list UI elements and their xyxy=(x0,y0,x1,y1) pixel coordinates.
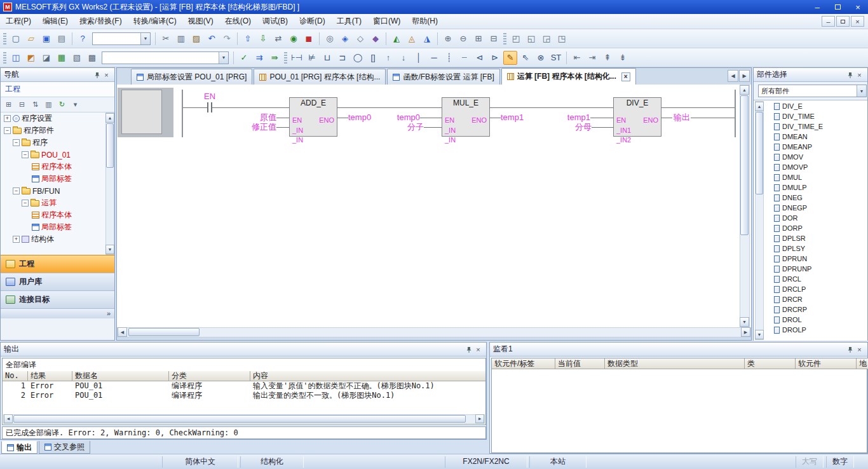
close-icon[interactable]: × xyxy=(855,345,864,354)
scroll-left-icon[interactable]: ◀ xyxy=(118,327,127,337)
input-variable-label[interactable]: temp0 xyxy=(356,113,420,122)
scroll-up-icon[interactable]: ▲ xyxy=(740,85,749,95)
intelligent-module-icon[interactable]: ▧ xyxy=(70,51,84,65)
scroll-right-icon[interactable]: ▶ xyxy=(475,414,484,423)
menu-item[interactable]: 帮助(H) xyxy=(406,14,444,29)
maximize-button[interactable] xyxy=(827,1,848,13)
toolbar-grip[interactable] xyxy=(503,33,506,44)
scroll-left-icon[interactable]: ◀ xyxy=(4,414,13,423)
zoom-out-icon[interactable]: ⊖ xyxy=(456,32,470,46)
menu-item[interactable]: 转换/编译(C) xyxy=(128,14,182,29)
menu-item[interactable]: 搜索/替换(F) xyxy=(74,14,128,29)
monitor-start-icon[interactable]: ◉ xyxy=(287,32,301,46)
view-button-connection-target[interactable]: 连接目标 xyxy=(1,290,114,308)
tree-item-fb-fun[interactable]: −FB/FUN xyxy=(1,185,105,197)
column-header[interactable]: 内容 xyxy=(250,371,485,381)
delete-horizontal-line-icon[interactable]: ┈ xyxy=(458,51,471,65)
output-label-icon[interactable]: ⊳ xyxy=(488,51,502,65)
fbd-canvas[interactable]: EN ADD_E EN ENO _IN _IN MUL_E EN xyxy=(117,85,751,327)
part-item[interactable]: DMOV xyxy=(765,152,867,162)
open-project-icon[interactable]: ▱ xyxy=(24,32,38,46)
select-mode-icon[interactable]: ⇖ xyxy=(519,51,532,65)
scroll-up-icon[interactable]: ▲ xyxy=(105,113,114,123)
part-item[interactable]: DIV_TIME_E xyxy=(765,121,867,132)
monitor-stop-icon[interactable]: ◼ xyxy=(302,32,316,46)
device-replace-icon[interactable]: ◇ xyxy=(353,32,367,46)
dock-tab-cross-reference[interactable]: 交叉参照 xyxy=(39,441,90,454)
dropdown-icon[interactable]: ▼ xyxy=(219,52,228,64)
menu-item[interactable]: 调试(B) xyxy=(257,14,294,29)
paste-icon[interactable]: ▨ xyxy=(189,32,203,46)
close-icon[interactable]: × xyxy=(855,71,864,79)
device-display-icon[interactable]: ◰ xyxy=(509,32,523,46)
part-item[interactable]: DROLP xyxy=(765,325,867,335)
tab-scroll-left-icon[interactable]: ◀ xyxy=(728,70,738,82)
dropdown-icon[interactable]: ▼ xyxy=(857,85,866,97)
column-header[interactable]: 结果 xyxy=(28,371,72,381)
prev-window-icon[interactable]: ⇤ xyxy=(570,51,584,65)
column-header[interactable]: 当前值 xyxy=(555,358,605,369)
device-find-icon[interactable]: ◈ xyxy=(338,32,352,46)
menu-item[interactable]: 视图(V) xyxy=(182,14,219,29)
close-tab-icon[interactable]: × xyxy=(621,72,630,81)
rising-pulse-icon[interactable]: ↑ xyxy=(381,51,395,65)
part-item[interactable]: DRCLP xyxy=(765,284,867,294)
input-variable-label[interactable]: 分母 xyxy=(528,123,592,132)
tree-item-pou01-program-body[interactable]: 程序本体 xyxy=(1,161,105,173)
scrollbar-thumb[interactable] xyxy=(740,95,749,235)
input-label-icon[interactable]: ⊲ xyxy=(473,51,487,65)
application-instruction-icon[interactable]: [] xyxy=(366,51,380,65)
redo-icon[interactable]: ↷ xyxy=(220,32,234,46)
part-item[interactable]: DROL xyxy=(765,315,867,325)
device-comment-icon[interactable]: ▩ xyxy=(85,51,99,65)
toolbar-grip[interactable] xyxy=(284,52,287,64)
convert-icon[interactable]: ⇉ xyxy=(252,51,266,65)
sort-icon[interactable]: ⇅ xyxy=(29,99,41,111)
scroll-up-icon[interactable]: ▲ xyxy=(755,102,764,111)
menu-item[interactable]: 工程(P) xyxy=(0,14,37,29)
fbd-block-mul-e[interactable]: MUL_E EN ENO _IN _IN xyxy=(442,97,490,137)
open-branch-icon[interactable]: ⊔ xyxy=(320,51,334,65)
menu-item[interactable]: 在线(O) xyxy=(219,14,257,29)
expand-all-icon[interactable]: ⊞ xyxy=(3,99,15,111)
cross-reference-icon[interactable]: ◆ xyxy=(369,32,383,46)
coil-icon[interactable]: ◯ xyxy=(351,51,365,65)
tree-item-program-setting[interactable]: +程序设置 xyxy=(1,112,105,125)
menu-item[interactable]: 诊断(D) xyxy=(294,14,331,29)
part-list-scrollbar[interactable]: ▲ ▼ xyxy=(755,101,764,340)
build-icon[interactable]: ◭ xyxy=(390,32,403,46)
editor-horizontal-scrollbar[interactable]: ◀ ▶ xyxy=(117,327,751,337)
output-horizontal-scrollbar[interactable]: ◀ ▶ xyxy=(3,414,485,424)
ladder-block-header-cell[interactable] xyxy=(121,90,162,134)
column-header[interactable]: No. xyxy=(3,371,28,381)
tab-pou01-program-body[interactable]: POU_01 [PRG] 程序本体 [结构... xyxy=(254,69,386,85)
fbd-block-div-e[interactable]: DIV_E EN ENO _IN1 _IN2 xyxy=(613,97,661,137)
element-selection-icon[interactable]: ◩ xyxy=(24,51,38,65)
output-variable-label[interactable]: temp1 xyxy=(501,113,524,122)
toolbar-grip[interactable] xyxy=(3,33,6,44)
close-branch-icon[interactable]: ⊐ xyxy=(336,51,349,65)
cut-icon[interactable]: ✂ xyxy=(159,32,173,46)
scrollbar-thumb[interactable] xyxy=(756,112,763,194)
forced-io-icon[interactable]: ◳ xyxy=(555,32,569,46)
editor-vertical-scrollbar[interactable]: ▲ ▼ xyxy=(740,85,750,327)
view-button-project[interactable]: 工程 xyxy=(1,255,114,273)
mdi-restore-button[interactable] xyxy=(836,16,850,27)
part-item[interactable]: DPRUNP xyxy=(765,264,867,274)
new-project-icon[interactable]: ▢ xyxy=(9,32,23,46)
scroll-down-icon[interactable]: ▼ xyxy=(755,330,764,339)
minimize-button[interactable]: – xyxy=(807,1,827,13)
close-icon[interactable]: × xyxy=(473,345,483,354)
device-test-icon[interactable]: ◱ xyxy=(524,32,538,46)
pin-icon[interactable] xyxy=(845,345,855,354)
view-buttons-overflow[interactable]: » xyxy=(1,308,114,318)
mdi-minimize-button[interactable]: – xyxy=(822,16,835,27)
column-header[interactable]: 数据名 xyxy=(72,371,169,381)
zoom-in-icon[interactable]: ⊕ xyxy=(441,32,455,46)
close-contact-icon[interactable]: ⊭ xyxy=(305,51,319,65)
contact-en-label[interactable]: EN xyxy=(200,92,220,101)
dock-tab-output[interactable]: 输出 xyxy=(1,441,37,454)
part-item[interactable]: DRCR xyxy=(765,294,867,304)
column-header[interactable]: 软元件 xyxy=(796,358,857,369)
tree-item-yunsuan-local-labels[interactable]: 局部标签 xyxy=(1,221,105,233)
